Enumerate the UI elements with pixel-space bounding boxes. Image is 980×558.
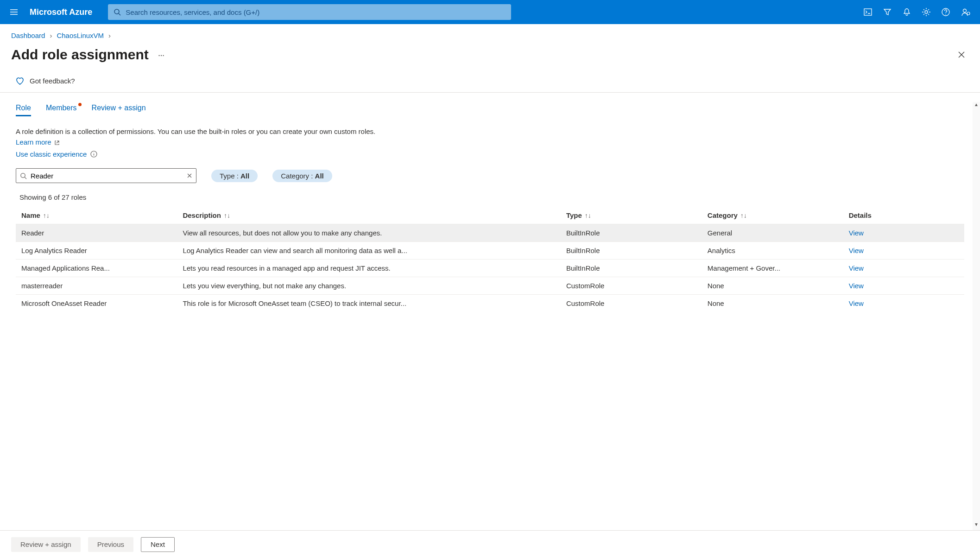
breadcrumb: Dashboard › ChaosLinuxVM › [0, 24, 980, 43]
cell-description: Lets you read resources in a managed app… [177, 260, 561, 277]
sort-icon: ↑↓ [740, 212, 747, 219]
col-header-description[interactable]: Description↑↓ [177, 207, 561, 224]
svg-point-2 [925, 11, 928, 13]
breadcrumb-item[interactable]: ChaosLinuxVM [57, 32, 104, 39]
cell-name: Managed Applications Rea... [16, 260, 177, 277]
tab-review-assign[interactable]: Review + assign [92, 104, 146, 116]
top-header: Microsoft Azure [0, 0, 980, 24]
external-link-icon [54, 140, 60, 146]
cell-type: BuiltInRole [561, 224, 702, 242]
close-button[interactable] [954, 47, 969, 62]
result-count: Showing 6 of 27 roles [19, 193, 964, 201]
filter-icon[interactable] [883, 7, 892, 17]
role-search-box[interactable] [16, 168, 196, 183]
settings-gear-icon[interactable] [922, 7, 931, 17]
view-link[interactable]: View [849, 247, 864, 254]
close-icon [187, 173, 192, 178]
cell-category: None [702, 295, 843, 312]
hamburger-menu[interactable] [6, 4, 22, 20]
cell-type: BuiltInRole [561, 260, 702, 277]
view-link[interactable]: View [849, 229, 864, 237]
info-icon [90, 151, 97, 158]
tab-members[interactable]: Members [46, 104, 77, 116]
global-search[interactable] [108, 4, 511, 20]
cell-name: masterreader [16, 277, 177, 295]
cell-name: Reader [16, 224, 177, 242]
title-bar: Add role assignment ··· [0, 43, 980, 71]
cell-category: Analytics [702, 242, 843, 260]
role-search-input[interactable] [31, 172, 183, 180]
col-header-category[interactable]: Category↑↓ [702, 207, 843, 224]
cell-category: None [702, 277, 843, 295]
wizard-tabs: Role Members Review + assign [16, 104, 964, 116]
svg-point-5 [963, 9, 967, 13]
search-icon [114, 8, 121, 16]
table-row[interactable]: ReaderView all resources, but does not a… [16, 224, 964, 242]
category-filter-pill[interactable]: Category : All [272, 170, 332, 182]
cell-description: Lets you view everything, but not make a… [177, 277, 561, 295]
svg-rect-1 [864, 9, 872, 15]
learn-more-link[interactable]: Learn more [16, 138, 60, 146]
svg-point-8 [21, 173, 25, 177]
notifications-icon[interactable] [902, 7, 911, 17]
view-link[interactable]: View [849, 282, 864, 290]
header-toolbar [863, 7, 974, 17]
view-link[interactable]: View [849, 264, 864, 272]
feedback-link[interactable]: Got feedback? [30, 77, 75, 85]
search-icon [20, 172, 27, 179]
cell-type: CustomRole [561, 277, 702, 295]
cell-name: Microsoft OneAsset Reader [16, 295, 177, 312]
table-row[interactable]: Log Analytics ReaderLog Analytics Reader… [16, 242, 964, 260]
cell-description: This role is for Microsoft OneAsset team… [177, 295, 561, 312]
cell-category: Management + Gover... [702, 260, 843, 277]
feedback-bar: Got feedback? [0, 71, 980, 93]
table-row[interactable]: masterreaderLets you view everything, bu… [16, 277, 964, 295]
svg-point-6 [967, 12, 970, 15]
account-icon[interactable] [961, 7, 971, 17]
cloud-shell-icon[interactable] [863, 7, 873, 17]
sort-icon: ↑↓ [43, 212, 50, 219]
intro-text: A role definition is a collection of per… [16, 127, 377, 147]
heart-icon [15, 76, 25, 86]
help-icon[interactable] [941, 7, 950, 17]
clear-search-button[interactable] [187, 173, 192, 178]
type-filter-pill[interactable]: Type : All [211, 170, 258, 182]
classic-experience-link[interactable]: Use classic experience [16, 150, 97, 158]
filter-row: Type : All Category : All [16, 168, 964, 183]
global-search-input[interactable] [126, 8, 506, 16]
close-icon [957, 50, 966, 59]
scroll-up-icon[interactable]: ▲ [973, 102, 980, 110]
brand-label[interactable]: Microsoft Azure [30, 7, 92, 17]
cell-type: BuiltInRole [561, 242, 702, 260]
tab-role[interactable]: Role [16, 104, 31, 116]
cell-description: Log Analytics Reader can view and search… [177, 242, 561, 260]
col-header-name[interactable]: Name↑↓ [16, 207, 177, 224]
scrollbar[interactable]: ▲ ▼ [973, 102, 980, 523]
view-link[interactable]: View [849, 299, 864, 307]
col-header-details: Details [843, 207, 964, 224]
main-content: Role Members Review + assign A role defi… [0, 93, 980, 523]
table-row[interactable]: Managed Applications Rea...Lets you read… [16, 260, 964, 277]
roles-table: Name↑↓ Description↑↓ Type↑↓ Category↑↓ D… [16, 207, 964, 312]
page-title: Add role assignment [11, 47, 149, 63]
scroll-down-icon[interactable]: ▼ [973, 522, 980, 523]
more-actions-button[interactable]: ··· [158, 50, 164, 60]
sort-icon: ↑↓ [224, 212, 230, 219]
col-header-type[interactable]: Type↑↓ [561, 207, 702, 224]
table-row[interactable]: Microsoft OneAsset ReaderThis role is fo… [16, 295, 964, 312]
alert-dot-icon [78, 103, 82, 106]
cell-category: General [702, 224, 843, 242]
breadcrumb-item[interactable]: Dashboard [11, 32, 45, 39]
svg-point-4 [945, 14, 946, 15]
svg-point-0 [114, 9, 119, 14]
cell-description: View all resources, but does not allow y… [177, 224, 561, 242]
sort-icon: ↑↓ [585, 212, 591, 219]
cell-name: Log Analytics Reader [16, 242, 177, 260]
cell-type: CustomRole [561, 295, 702, 312]
chevron-right-icon: › [50, 32, 52, 39]
chevron-right-icon: › [108, 32, 111, 39]
